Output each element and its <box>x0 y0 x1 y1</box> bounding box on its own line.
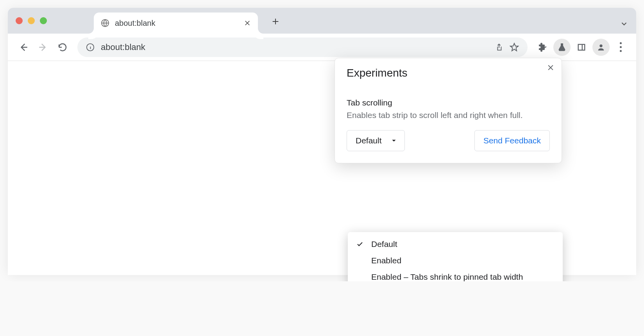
menu-button[interactable] <box>612 39 629 56</box>
browser-tab[interactable]: about:blank <box>94 13 258 34</box>
new-tab-button[interactable] <box>266 12 285 31</box>
maximize-window-button[interactable] <box>40 17 47 24</box>
experiment-dropdown: DefaultEnabledEnabled – Tabs shrink to p… <box>348 232 563 281</box>
svg-point-3 <box>599 44 602 47</box>
window-controls <box>16 17 47 24</box>
dropdown-option-label: Default <box>371 239 397 249</box>
tabs-dropdown-button[interactable] <box>620 20 628 28</box>
check-icon <box>356 241 364 248</box>
dropdown-option-label: Enabled – Tabs shrink to pinned tab widt… <box>371 272 523 281</box>
send-feedback-button[interactable]: Send Feedback <box>474 130 550 151</box>
close-icon[interactable] <box>547 64 555 71</box>
tab-strip: about:blank <box>8 8 636 34</box>
experiment-select-value: Default <box>356 136 382 145</box>
svg-rect-2 <box>578 44 585 50</box>
forward-button[interactable] <box>34 39 52 56</box>
experiment-select[interactable]: Default <box>347 130 405 151</box>
experiment-description: Enables tab strip to scroll left and rig… <box>347 111 550 120</box>
browser-window: about:blank <box>8 8 636 273</box>
share-icon[interactable] <box>495 43 503 52</box>
profile-icon[interactable] <box>592 39 610 56</box>
dropdown-option[interactable]: Enabled – Tabs shrink to pinned tab widt… <box>348 269 563 281</box>
back-button[interactable] <box>15 39 32 56</box>
experiments-icon[interactable] <box>553 39 571 56</box>
url-input[interactable] <box>101 42 488 52</box>
bookmark-icon[interactable] <box>510 43 519 52</box>
experiment-title: Tab scrolling <box>347 98 550 107</box>
globe-icon <box>101 19 109 27</box>
minimize-window-button[interactable] <box>28 17 35 24</box>
experiments-popover: Experiments Tab scrolling Enables tab st… <box>335 58 562 163</box>
tab-title: about:blank <box>115 19 238 28</box>
page-content: Experiments Tab scrolling Enables tab st… <box>8 61 636 275</box>
popover-heading: Experiments <box>347 67 550 79</box>
info-icon[interactable] <box>86 43 95 52</box>
caret-down-icon <box>391 138 397 143</box>
dropdown-option[interactable]: Default <box>348 236 563 252</box>
dropdown-option[interactable]: Enabled <box>348 252 563 269</box>
address-bar[interactable] <box>77 38 528 57</box>
close-window-button[interactable] <box>16 17 23 24</box>
toolbar-right <box>534 39 629 56</box>
dropdown-option-label: Enabled <box>371 256 401 265</box>
reload-button[interactable] <box>54 39 71 56</box>
close-tab-icon[interactable] <box>244 20 251 27</box>
side-panel-icon[interactable] <box>573 39 590 56</box>
toolbar <box>8 34 636 61</box>
extensions-icon[interactable] <box>534 39 551 56</box>
